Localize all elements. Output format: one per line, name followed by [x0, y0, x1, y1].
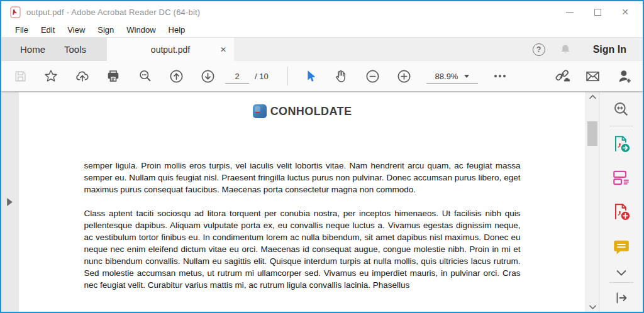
edit-pdf-icon: [611, 168, 631, 188]
tab-close-icon[interactable]: ✕: [220, 45, 226, 54]
tools-sidebar: [599, 92, 643, 312]
tab-home[interactable]: Home: [14, 44, 52, 55]
window-title: output.pdf - Adobe Acrobat Reader DC (64…: [26, 8, 200, 17]
create-pdf-button[interactable]: [611, 202, 631, 222]
scroll-up-icon[interactable]: [589, 94, 597, 100]
search-icon: [138, 69, 153, 84]
search-document-icon: [613, 101, 630, 118]
comment-button[interactable]: [612, 238, 631, 257]
print-icon: [106, 69, 121, 84]
zoom-out-icon: [365, 69, 380, 84]
pdf-page[interactable]: CONHOLDATE semper ligula. Proin mollis e…: [19, 92, 586, 312]
paragraph: Class aptent taciti sociosqu ad litora t…: [84, 207, 521, 291]
sign-in-button[interactable]: Sign In: [593, 44, 626, 55]
notifications-bell-icon[interactable]: [559, 43, 572, 56]
more-tools-button[interactable]: [491, 67, 509, 85]
find-button[interactable]: [136, 67, 154, 85]
document-viewer: CONHOLDATE semper ligula. Proin mollis e…: [1, 92, 643, 312]
cloud-upload-icon: [75, 69, 90, 84]
more-tools-icon: [492, 69, 508, 84]
menu-view[interactable]: View: [61, 25, 91, 35]
vertical-scrollbar[interactable]: [586, 92, 599, 312]
tab-bar: Home Tools output.pdf ✕ ? Sign In: [1, 38, 643, 61]
select-tool-button[interactable]: [302, 67, 319, 85]
export-pdf-icon: [611, 134, 631, 154]
sidebar-divider: [609, 282, 633, 283]
title-bar: output.pdf - Adobe Acrobat Reader DC (64…: [1, 1, 643, 23]
share-link-icon: [553, 68, 571, 84]
menu-bar: File Edit View Sign Window Help: [1, 23, 643, 38]
conholdate-logo-text: CONHOLDATE: [270, 105, 352, 118]
close-button[interactable]: ✕: [611, 1, 639, 23]
star-button[interactable]: [42, 67, 60, 85]
chevron-down-icon: [464, 75, 469, 78]
zoom-level-value: 88.9%: [435, 72, 458, 81]
save-icon: [13, 69, 28, 84]
previous-page-button[interactable]: [167, 67, 185, 85]
open-tools-panel-button[interactable]: [614, 290, 629, 305]
open-panel-icon: [614, 290, 629, 305]
pdf-file-icon: [10, 6, 21, 18]
zoom-level-dropdown[interactable]: 88.9%: [426, 69, 478, 84]
email-icon: [585, 69, 601, 84]
comment-icon: [612, 238, 631, 257]
menu-help[interactable]: Help: [162, 25, 192, 35]
search-document-button[interactable]: [613, 101, 630, 118]
create-pdf-icon: [611, 202, 631, 222]
page-number-input[interactable]: [225, 69, 249, 84]
next-page-icon: [200, 69, 216, 84]
share-link-button[interactable]: [553, 67, 571, 85]
print-button[interactable]: [104, 67, 122, 85]
tab-bar-right: ? Sign In: [533, 38, 643, 61]
export-pdf-button[interactable]: [611, 134, 631, 154]
hand-icon: [333, 69, 348, 84]
acrobat-reader-window: output.pdf - Adobe Acrobat Reader DC (64…: [0, 0, 644, 313]
previous-page-icon: [169, 69, 184, 84]
hand-tool-button[interactable]: [332, 67, 350, 85]
document-text: semper ligula. Proin mollis eros turpis,…: [84, 160, 521, 291]
tab-document[interactable]: output.pdf ✕: [107, 38, 234, 61]
tab-nav-group: Home Tools: [1, 38, 107, 61]
toolbar-divider: [287, 67, 288, 85]
tab-tools[interactable]: Tools: [58, 44, 92, 55]
scrollbar-thumb[interactable]: [587, 121, 597, 146]
zoom-in-button[interactable]: [395, 67, 413, 85]
sign-add-icon: [616, 68, 633, 84]
minimize-button[interactable]: [556, 1, 584, 23]
menu-sign[interactable]: Sign: [91, 25, 120, 35]
menu-file[interactable]: File: [9, 25, 35, 35]
close-icon: ✕: [621, 8, 629, 16]
more-sidebar-tools-button[interactable]: [615, 268, 628, 277]
help-icon[interactable]: ?: [533, 43, 545, 56]
star-icon: [43, 69, 58, 84]
document-logo: CONHOLDATE: [19, 104, 586, 118]
page-count-label: / 10: [255, 72, 269, 81]
save-button[interactable]: [11, 67, 29, 85]
navigation-pane-strip: [1, 92, 19, 312]
expand-nav-pane-icon[interactable]: [6, 197, 13, 207]
maximize-button[interactable]: [584, 1, 611, 23]
pointer-icon: [304, 69, 318, 83]
chevron-down-icon: [615, 268, 628, 277]
menu-edit[interactable]: Edit: [35, 25, 61, 35]
sidebar-divider: [609, 126, 633, 126]
menu-window[interactable]: Window: [120, 25, 162, 35]
edit-pdf-button[interactable]: [611, 168, 631, 188]
zoom-out-button[interactable]: [364, 67, 381, 85]
tab-document-label: output.pdf: [151, 45, 190, 55]
next-page-button[interactable]: [199, 67, 216, 85]
fill-sign-button[interactable]: [616, 67, 633, 85]
email-button[interactable]: [584, 67, 601, 85]
zoom-in-icon: [396, 69, 412, 84]
upload-cloud-button[interactable]: [74, 67, 91, 85]
conholdate-logo-icon: [253, 104, 267, 118]
paragraph: semper ligula. Proin mollis eros turpis,…: [84, 160, 521, 195]
toolbar: / 10 88.9%: [1, 61, 643, 92]
scroll-down-icon[interactable]: [589, 304, 597, 310]
